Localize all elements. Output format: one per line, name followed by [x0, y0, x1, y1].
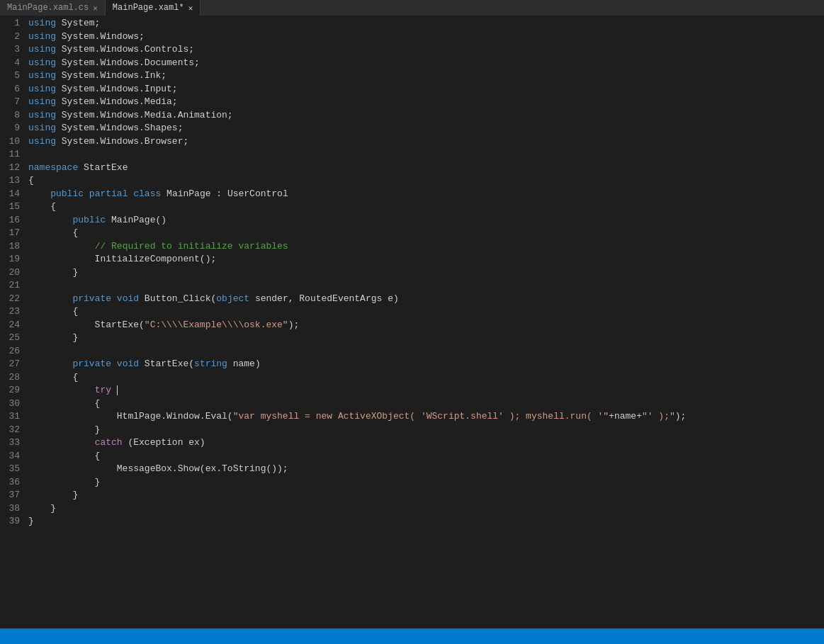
line-number: 23 [3, 305, 20, 319]
code-line: } [28, 502, 824, 516]
token-plain: } [28, 503, 56, 514]
code-line: try [28, 384, 824, 397]
token-plain: MainPage() [106, 215, 167, 225]
token-kw: string [194, 358, 227, 369]
token-plain: { [28, 227, 78, 238]
token-plain: StartExe( [139, 358, 194, 369]
token-plain: ); [675, 411, 687, 422]
code-line [28, 148, 824, 162]
line-numbers: 1234567891011121314151617181920212223242… [0, 16, 26, 628]
token-plain: System.Windows.Ink; [56, 70, 167, 81]
token-kw: void [117, 293, 139, 304]
code-line: using System.Windows.Ink; [28, 69, 824, 83]
code-line [28, 279, 824, 293]
code-line: } [28, 476, 824, 490]
line-number: 39 [3, 515, 20, 529]
tab-mainpage-xaml-cs[interactable]: MainPage.xaml.cs ✕ [0, 0, 106, 16]
token-plain: name) [227, 358, 261, 369]
line-number: 28 [3, 371, 20, 385]
code-line: { [28, 174, 824, 188]
code-line: using System.Windows.Controls; [28, 43, 824, 57]
token-kw: using [28, 110, 56, 120]
token-plain: System; [56, 18, 100, 28]
token-plain [28, 385, 95, 395]
line-number: 36 [3, 476, 20, 490]
token-plain: { [28, 451, 100, 461]
code-line: { [28, 371, 824, 385]
token-plain [28, 241, 95, 252]
line-number: 29 [3, 384, 20, 397]
token-plain [28, 188, 50, 199]
token-plain: { [28, 372, 78, 383]
code-line: catch (Exception ex) [28, 436, 824, 450]
line-number: 18 [3, 240, 20, 254]
code-line: InitializeComponent(); [28, 253, 824, 266]
token-plain: ); [288, 320, 300, 330]
token-kw: using [28, 70, 56, 81]
token-kw: using [28, 31, 56, 42]
token-plain [28, 358, 72, 369]
token-plain: System.Windows.Browser; [56, 136, 188, 147]
token-kw-ctrl: catch [95, 437, 123, 448]
line-number: 27 [3, 358, 20, 371]
token-kw: object [216, 293, 249, 304]
token-kw: public [50, 188, 84, 199]
token-kw: class [133, 188, 161, 199]
token-plain: } [28, 424, 100, 435]
line-number: 10 [3, 135, 20, 149]
line-number: 3 [3, 43, 20, 57]
code-line: using System.Windows.Media.Animation; [28, 109, 824, 123]
line-number: 19 [3, 253, 20, 266]
token-plain: System.Windows.Shapes; [56, 123, 183, 133]
line-number: 32 [3, 424, 20, 437]
token-plain: { [28, 398, 100, 409]
token-plain: { [28, 201, 56, 212]
text-cursor [117, 385, 118, 395]
code-line: StartExe("C:\\\\Example\\\\osk.exe"); [28, 319, 824, 332]
token-string: "var myshell = new ActiveXObject( 'WScri… [233, 411, 609, 422]
token-plain: } [28, 332, 78, 343]
tab-close-icon[interactable]: ✕ [93, 4, 98, 13]
code-line: } [28, 515, 824, 529]
line-number: 22 [3, 293, 20, 306]
line-number: 37 [3, 489, 20, 502]
line-number: 21 [3, 279, 20, 293]
line-number: 17 [3, 227, 20, 240]
token-plain [111, 358, 117, 369]
token-kw: partial [89, 188, 128, 199]
line-number: 7 [3, 96, 20, 109]
tab-mainpage-xaml[interactable]: MainPage.xaml* ✕ [106, 0, 201, 16]
token-plain: System.Windows; [56, 31, 145, 42]
token-kw: using [28, 84, 56, 94]
line-number: 12 [3, 162, 20, 175]
token-plain [84, 188, 89, 199]
line-number: 1 [3, 17, 20, 30]
token-plain: StartExe( [28, 320, 145, 330]
token-plain [28, 437, 95, 448]
line-number: 14 [3, 188, 20, 201]
token-plain: { [28, 306, 78, 317]
line-number: 34 [3, 450, 20, 463]
code-line: public partial class MainPage : UserCont… [28, 188, 824, 201]
token-plain: MessageBox.Show(ex.ToString()); [28, 463, 288, 474]
line-number: 9 [3, 122, 20, 135]
code-line: using System.Windows.Documents; [28, 57, 824, 70]
token-plain: StartExe [78, 162, 128, 173]
status-bar [0, 628, 824, 644]
token-comment: // Required to initialize variables [95, 241, 288, 252]
code-line: using System; [28, 17, 824, 30]
token-kw: using [28, 123, 56, 133]
token-kw: void [117, 358, 139, 369]
code-content[interactable]: using System;using System.Windows;using … [26, 16, 824, 628]
code-line: using System.Windows.Shapes; [28, 122, 824, 135]
code-line: using System.Windows; [28, 30, 824, 44]
code-line: using System.Windows.Input; [28, 83, 824, 96]
code-line: // Required to initialize variables [28, 240, 824, 254]
code-line: { [28, 305, 824, 319]
token-kw: using [28, 57, 56, 68]
line-number: 25 [3, 332, 20, 345]
code-line: private void StartExe(string name) [28, 358, 824, 371]
tab-close-icon[interactable]: ✕ [188, 4, 193, 13]
token-plain: { [28, 175, 34, 186]
line-number: 6 [3, 83, 20, 96]
